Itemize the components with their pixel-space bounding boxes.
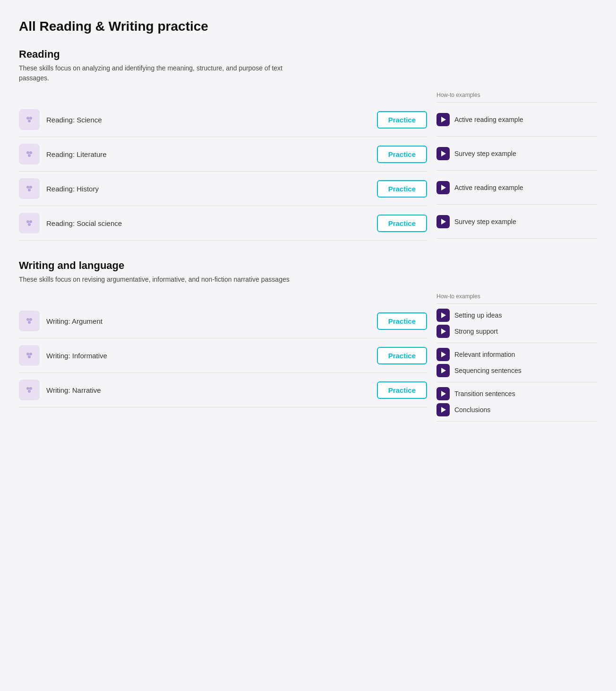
reading-literature-row: Reading: Literature Practice xyxy=(19,137,427,172)
writing-informative-play-icon-1[interactable] xyxy=(436,348,450,361)
writing-argument-play-icon-2[interactable] xyxy=(436,325,450,338)
reading-literature-icon xyxy=(19,144,40,164)
svg-point-18 xyxy=(26,387,29,390)
writing-narrative-name: Writing: Narrative xyxy=(46,386,370,394)
svg-point-8 xyxy=(28,189,31,191)
reading-social-science-example-row: Survey step example xyxy=(436,205,597,239)
svg-point-12 xyxy=(26,318,29,321)
reading-social-science-example-1: Survey step example xyxy=(436,215,597,228)
reading-columns: Reading: Science Practice Reading: Liter… xyxy=(19,92,597,241)
writing-informative-practice-btn[interactable]: Practice xyxy=(377,347,427,364)
reading-social-science-icon xyxy=(19,213,40,233)
reading-science-example-row: Active reading example xyxy=(436,103,597,137)
svg-point-16 xyxy=(29,353,32,355)
svg-point-4 xyxy=(29,151,32,154)
writing-informative-row: Writing: Informative Practice xyxy=(19,338,427,373)
reading-science-play-icon[interactable] xyxy=(436,113,450,126)
reading-science-practice-btn[interactable]: Practice xyxy=(377,111,427,129)
writing-informative-example-2: Sequencing sentences xyxy=(436,364,597,377)
reading-history-practice-btn[interactable]: Practice xyxy=(377,180,427,198)
reading-history-row: Reading: History Practice xyxy=(19,172,427,206)
writing-narrative-icon xyxy=(19,380,40,400)
writing-right-col: How-to examples Setting up ideas Strong … xyxy=(436,293,597,422)
svg-point-2 xyxy=(28,120,31,122)
svg-point-13 xyxy=(29,318,32,321)
reading-social-science-row: Reading: Social science Practice xyxy=(19,206,427,241)
page-title: All Reading & Writing practice xyxy=(19,19,597,34)
writing-narrative-example-label-2: Conclusions xyxy=(454,406,490,414)
writing-narrative-play-icon-2[interactable] xyxy=(436,403,450,416)
writing-narrative-play-icon-1[interactable] xyxy=(436,387,450,400)
writing-narrative-row: Writing: Narrative Practice xyxy=(19,373,427,407)
reading-right-col: How-to examples Active reading example S… xyxy=(436,92,597,241)
writing-argument-example-1: Setting up ideas xyxy=(436,309,597,322)
writing-how-to-header: How-to examples xyxy=(436,293,597,304)
reading-section-desc: These skills focus on analyzing and iden… xyxy=(19,63,302,83)
writing-argument-practice-btn[interactable]: Practice xyxy=(377,312,427,330)
reading-history-name: Reading: History xyxy=(46,185,370,193)
writing-informative-name: Writing: Informative xyxy=(46,352,370,360)
writing-informative-example-row: Relevant information Sequencing sentence… xyxy=(436,343,597,382)
reading-science-row: Reading: Science Practice xyxy=(19,103,427,137)
reading-social-science-example-label: Survey step example xyxy=(454,218,516,225)
writing-section: Writing and language These skills focus … xyxy=(19,259,597,422)
writing-section-desc: These skills focus on revising argumenta… xyxy=(19,275,302,285)
writing-informative-example-label-1: Relevant information xyxy=(454,351,515,358)
svg-point-7 xyxy=(29,186,32,189)
writing-argument-name: Writing: Argument xyxy=(46,317,370,325)
writing-informative-example-1: Relevant information xyxy=(436,348,597,361)
writing-argument-example-label-2: Strong support xyxy=(454,328,498,335)
reading-history-example-row: Active reading example xyxy=(436,171,597,205)
svg-point-20 xyxy=(28,390,31,393)
writing-narrative-practice-btn[interactable]: Practice xyxy=(377,381,427,399)
reading-literature-example-label: Survey step example xyxy=(454,150,516,157)
reading-science-example-label: Active reading example xyxy=(454,116,523,123)
writing-argument-example-row: Setting up ideas Strong support xyxy=(436,304,597,343)
writing-argument-icon xyxy=(19,311,40,331)
svg-point-14 xyxy=(28,321,31,324)
writing-informative-example-label-2: Sequencing sentences xyxy=(454,367,522,374)
reading-how-to-header: How-to examples xyxy=(436,92,597,103)
reading-history-example-label: Active reading example xyxy=(454,184,523,191)
writing-narrative-example-2: Conclusions xyxy=(436,403,597,416)
writing-argument-example-2: Strong support xyxy=(436,325,597,338)
reading-left-col: Reading: Science Practice Reading: Liter… xyxy=(19,92,427,241)
reading-section: Reading These skills focus on analyzing … xyxy=(19,48,597,241)
reading-history-example-1: Active reading example xyxy=(436,181,597,194)
reading-literature-practice-btn[interactable]: Practice xyxy=(377,146,427,163)
reading-history-icon xyxy=(19,178,40,199)
svg-point-5 xyxy=(28,154,31,157)
reading-literature-example-row: Survey step example xyxy=(436,137,597,171)
writing-informative-icon xyxy=(19,345,40,366)
writing-argument-example-label-1: Setting up ideas xyxy=(454,311,502,319)
reading-science-icon xyxy=(19,109,40,130)
reading-literature-play-icon[interactable] xyxy=(436,147,450,160)
writing-argument-row: Writing: Argument Practice xyxy=(19,304,427,338)
svg-point-3 xyxy=(26,151,29,154)
reading-social-science-name: Reading: Social science xyxy=(46,219,370,227)
svg-point-10 xyxy=(29,220,32,223)
reading-social-science-play-icon[interactable] xyxy=(436,215,450,228)
writing-left-col: Writing: Argument Practice Writing: Info… xyxy=(19,293,427,422)
writing-argument-play-icon-1[interactable] xyxy=(436,309,450,322)
reading-science-example-1: Active reading example xyxy=(436,113,597,126)
svg-point-1 xyxy=(29,117,32,120)
svg-point-0 xyxy=(26,117,29,120)
reading-social-science-practice-btn[interactable]: Practice xyxy=(377,215,427,232)
reading-literature-example-1: Survey step example xyxy=(436,147,597,160)
writing-columns: Writing: Argument Practice Writing: Info… xyxy=(19,293,597,422)
svg-point-6 xyxy=(26,186,29,189)
svg-point-9 xyxy=(26,220,29,223)
reading-science-name: Reading: Science xyxy=(46,116,370,124)
reading-section-title: Reading xyxy=(19,48,597,60)
svg-point-19 xyxy=(29,387,32,390)
reading-history-play-icon[interactable] xyxy=(436,181,450,194)
svg-point-17 xyxy=(28,355,31,358)
writing-narrative-example-label-1: Transition sentences xyxy=(454,390,515,397)
writing-informative-play-icon-2[interactable] xyxy=(436,364,450,377)
writing-section-title: Writing and language xyxy=(19,259,597,272)
writing-narrative-example-row: Transition sentences Conclusions xyxy=(436,382,597,422)
svg-point-15 xyxy=(26,353,29,355)
reading-literature-name: Reading: Literature xyxy=(46,150,370,158)
writing-narrative-example-1: Transition sentences xyxy=(436,387,597,400)
